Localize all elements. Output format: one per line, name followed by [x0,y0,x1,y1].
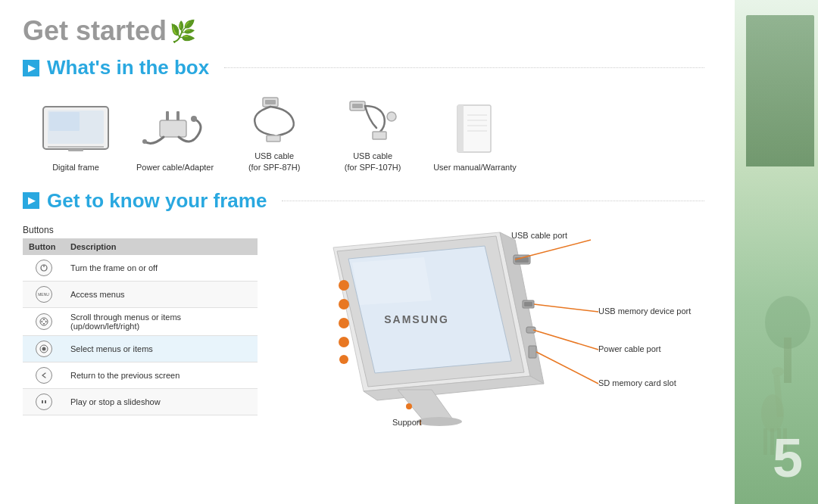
usb-cable-port-label: USB cable port [511,231,567,240]
page-number: 5 [773,427,803,489]
power-cable-svg [137,105,213,154]
svg-marker-36 [42,323,45,325]
section1-dots [224,67,704,68]
box-item-usb1: USB cable(for SPF-87H) [236,92,312,174]
svg-point-17 [191,116,197,122]
manual-label: User manual/Warranty [433,162,517,173]
frame-label: Digital frame [52,162,99,173]
digital-frame-svg [42,105,110,154]
scroll-button-icon [36,313,52,330]
select-button-icon [36,341,52,357]
svg-marker-38 [45,320,47,322]
col-description: Description [64,238,258,255]
page-title: Get started 🌿 [23,15,704,47]
menu-description: Access menus [64,281,258,307]
back-description: Return to the previous screen [64,362,258,388]
section1-icon: ▶ [23,60,39,76]
section2-title: Get to know your frame [47,189,267,213]
frame-diagram: SAMSUNG [273,225,704,437]
svg-line-57 [515,240,591,260]
svg-rect-14 [160,120,186,137]
usb-cable1-svg [244,94,304,143]
col-button: Button [23,238,64,255]
svg-point-46 [339,337,349,347]
svg-line-60 [536,352,598,384]
svg-rect-54 [529,346,536,358]
svg-rect-11 [49,112,80,131]
svg-point-56 [406,403,412,409]
svg-rect-13 [68,149,83,151]
section2-icon: ▶ [23,192,39,209]
box-item-frame: Digital frame [38,103,114,173]
section2-header: ▶ Get to know your frame [23,189,704,213]
table-row: Turn the frame on or off [23,255,258,282]
svg-line-58 [534,304,598,312]
svg-rect-20 [265,100,276,104]
select-description: Select menus or items [64,335,258,362]
svg-point-25 [387,112,396,121]
svg-point-45 [339,318,349,328]
svg-marker-35 [42,319,45,320]
btn-icon-cell [23,362,64,388]
power-cable-port-label: Power cable port [598,344,661,353]
scroll-description: Scroll through menus or items (up/down/l… [64,307,258,335]
box-item-power: Power cable/Adapter [136,103,214,173]
svg-line-59 [533,330,598,350]
btn-icon-cell [23,255,64,282]
svg-rect-52 [524,302,532,306]
btn-icon-cell [23,388,64,415]
play-button-icon [36,394,52,410]
svg-rect-5 [763,428,767,455]
svg-rect-21 [267,135,280,142]
btn-icon-cell [23,307,64,335]
section1-title: What's in the box [47,56,209,79]
play-description: Play or stop a slideshow [64,388,258,415]
main-content: Get started 🌿 ▶ What's in the box Digita… [0,0,727,504]
svg-text:SAMSUNG: SAMSUNG [384,313,449,325]
sd-card-label: SD memory card slot [598,378,676,387]
manual-image [437,103,513,156]
manual-svg [454,104,495,155]
section2-dots [282,201,704,201]
svg-rect-16 [176,111,180,120]
get-started-text: Get started [23,15,167,47]
frame-illustration-svg: SAMSUNG [273,225,689,429]
support-label: Support [392,418,422,427]
menu-button-icon: MENU [36,286,52,303]
table-row: Select menus or items [23,335,258,362]
svg-point-40 [42,347,45,350]
back-button-icon [36,367,52,384]
svg-point-43 [339,280,349,291]
usb1-label: USB cable(for SPF-87H) [248,151,300,174]
svg-rect-27 [457,105,464,152]
power-image [137,103,213,156]
svg-rect-1 [784,338,791,383]
table-row: Return to the previous screen [23,362,258,388]
frame-image [38,103,114,156]
table-row: Play or stop a slideshow [23,388,258,415]
section1-header: ▶ What's in the box [23,56,704,79]
power-description: Turn the frame on or off [64,255,258,282]
svg-rect-41 [42,400,43,403]
btn-icon-cell: MENU [23,281,64,307]
buttons-label: Buttons [23,225,258,235]
svg-rect-15 [166,111,169,120]
usb-memory-label: USB memory device port [598,306,691,316]
leaf-icon: 🌿 [170,19,196,44]
buttons-panel: Buttons Button Description [23,225,258,437]
svg-rect-24 [373,132,386,139]
usb2-label: USB cable(for SPF-107H) [345,151,401,174]
frame-section: Buttons Button Description [23,225,704,437]
usb2-image [335,92,411,145]
svg-rect-23 [352,104,363,108]
table-row: MENU Access menus [23,281,258,307]
svg-marker-37 [41,320,42,322]
power-button-icon [36,260,52,276]
table-header-row: Button Description [23,238,258,255]
svg-point-4 [772,367,784,376]
svg-point-55 [417,417,462,426]
svg-point-44 [339,299,349,310]
svg-rect-42 [45,400,46,403]
svg-point-47 [339,355,348,364]
box-item-manual: User manual/Warranty [433,103,517,173]
